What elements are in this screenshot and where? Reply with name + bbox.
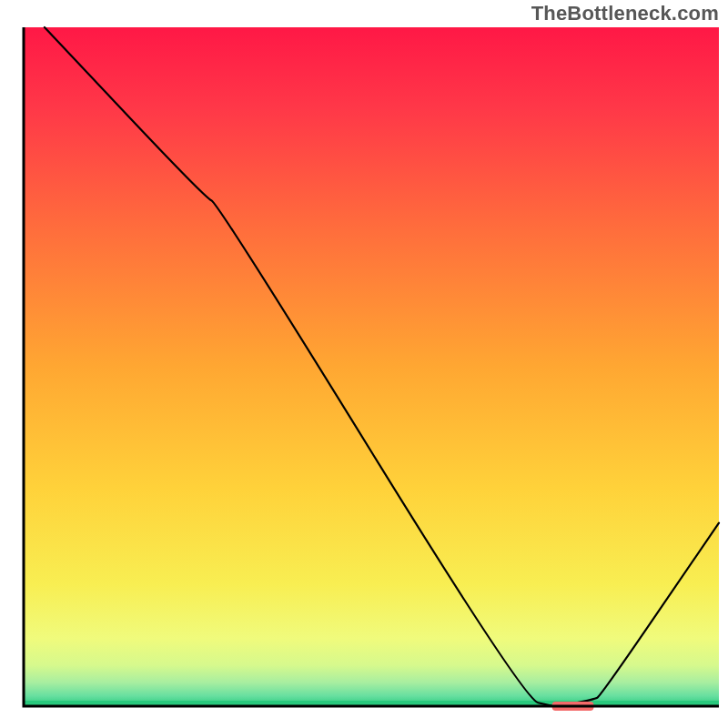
watermark-text: TheBottleneck.com bbox=[531, 2, 719, 25]
plot-background bbox=[24, 27, 719, 706]
bottleneck-chart: TheBottleneck.com bbox=[0, 0, 728, 728]
chart-svg bbox=[0, 0, 728, 728]
